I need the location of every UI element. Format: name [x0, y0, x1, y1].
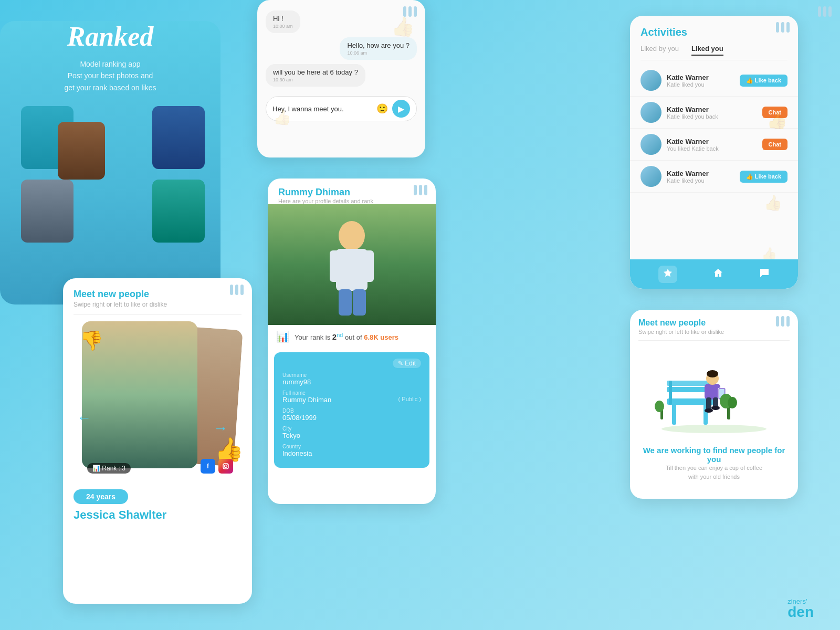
- profile-sub: Here are your profile details and rank: [278, 198, 425, 204]
- photo-4[interactable]: [21, 180, 74, 243]
- bench-illustration: [630, 346, 798, 440]
- activities-tabs[interactable]: Liked by you Liked you: [640, 45, 788, 60]
- meet2-sub: Swipe right or left to like or dislike: [638, 329, 790, 335]
- svg-point-20: [707, 370, 718, 377]
- act-info-4: Katie Warner Katie liked you: [667, 170, 734, 184]
- avatar-1: [640, 70, 662, 91]
- panel-dots-chat: [403, 6, 417, 17]
- photo-3[interactable]: [58, 122, 105, 180]
- bg-thumb-2: 👍: [273, 109, 291, 126]
- brand-den: den: [788, 605, 814, 620]
- panel-dots-profile: [414, 185, 427, 195]
- profile-field-dob: DOB 05/08/1999: [282, 408, 421, 422]
- svg-point-24: [711, 406, 720, 410]
- activity-item-1: Katie Warner Katie liked you 👍 Like back: [630, 65, 798, 97]
- activities-header: Activities Liked by you Liked you: [630, 16, 798, 60]
- chat-messages: Hi ! 10:00 am Hello, how are you ? 10:06…: [257, 0, 425, 92]
- meet2-header: Meet new people Swipe right or left to l…: [630, 310, 798, 341]
- brand-name-box: ziners' den: [788, 598, 814, 620]
- meet2-panel: Meet new people Swipe right or left to l…: [630, 310, 798, 499]
- svg-rect-7: [363, 250, 374, 282]
- age-badge: 24 years: [74, 489, 128, 504]
- nav-home-icon[interactable]: [713, 268, 723, 281]
- profile-edit-btn[interactable]: ✎ Edit: [393, 359, 421, 368]
- chat-msg-3: will you be here at 6 today ? 10:30 am: [266, 64, 365, 87]
- photo-2[interactable]: [152, 106, 205, 169]
- meet2-divider: [638, 340, 790, 341]
- meet-subtitle: Swipe right or left to like or dislike: [74, 301, 242, 308]
- bg-thumb-1: 👍: [391, 16, 415, 38]
- svg-rect-5: [336, 249, 368, 291]
- meet2-footer: We are working to find new people for yo…: [630, 440, 798, 486]
- panel-dots-meet2: [776, 316, 790, 327]
- profile-field-username: Username rummy98: [282, 372, 421, 386]
- profile-header: Rummy Dhiman Here are your profile detai…: [268, 178, 436, 204]
- profile-edit-row: ✎ Edit: [282, 359, 421, 368]
- panel-dots-activities: [776, 22, 790, 33]
- photo-5[interactable]: [152, 180, 205, 243]
- activities-panel: 👍 👍 👍 Activities Liked by you Liked you …: [630, 16, 798, 289]
- panel-dots-meet: [230, 285, 244, 295]
- chat-msg-1: Hi ! 10:00 am: [266, 10, 300, 33]
- svg-point-31: [655, 401, 664, 412]
- svg-rect-11: [672, 404, 676, 425]
- facebook-icon[interactable]: f: [201, 459, 215, 474]
- act-info-3: Katie Warner You liked Katie back: [667, 138, 757, 152]
- chat-btn-3[interactable]: Chat: [762, 139, 788, 150]
- avatar-4: [640, 166, 662, 187]
- tab-liked-by-you[interactable]: Liked by you: [640, 45, 679, 56]
- meet-header: Meet new people Swipe right or left to l…: [63, 278, 252, 315]
- svg-point-23: [705, 408, 713, 413]
- rank-bar: 📊 Your rank is 2nd out of 6.8K users: [268, 325, 436, 348]
- bg-thumb-act-2: 👍: [764, 194, 782, 212]
- instagram-icon[interactable]: [218, 459, 233, 474]
- activity-item-3: Katie Warner You liked Katie back Chat: [630, 129, 798, 161]
- svg-point-4: [339, 221, 365, 250]
- meet-divider: [74, 314, 242, 315]
- profile-field-country: Country Indonesia: [282, 444, 421, 457]
- svg-point-2: [227, 464, 228, 465]
- activities-title: Activities: [640, 26, 788, 38]
- svg-rect-16: [669, 381, 672, 405]
- brand-logo: ziners' den: [788, 598, 814, 620]
- profile-name: Rummy Dhiman: [278, 187, 425, 198]
- bg-thumb-act-1: 👍: [766, 110, 788, 130]
- activity-item-4: Katie Warner Katie liked you 👍 Like back: [630, 161, 798, 193]
- photo-grid: [0, 106, 220, 253]
- social-icons: f: [201, 459, 233, 474]
- like-back-btn-1[interactable]: 👍 Like back: [740, 75, 788, 87]
- profile-field-fullname: Full name Rummy Dhiman ( Public ): [282, 390, 421, 404]
- profile-details-box: ✎ Edit Username rummy98 Full name Rummy …: [274, 352, 429, 468]
- svg-point-10: [662, 425, 766, 433]
- meet2-title: Meet new people: [638, 318, 790, 328]
- chat-panel: 👍 👍 Hi ! 10:00 am Hello, how are you ? 1…: [257, 0, 425, 158]
- swipe-left-arrow: ←: [77, 410, 91, 426]
- tab-liked-you[interactable]: Liked you: [691, 45, 723, 56]
- activities-nav: [630, 259, 798, 289]
- ranked-subtitle: Model ranking app Post your best photos …: [0, 58, 220, 93]
- meet-title: Meet new people: [74, 289, 242, 300]
- avatar-3: [640, 134, 662, 155]
- like-back-btn-4[interactable]: 👍 Like back: [740, 171, 788, 183]
- chart-icon: 📊: [276, 330, 289, 343]
- svg-point-29: [728, 397, 737, 408]
- chat-send-button[interactable]: ▶: [392, 100, 410, 118]
- avatar-2: [640, 102, 662, 123]
- svg-rect-9: [353, 289, 366, 316]
- panel-dots: [818, 6, 832, 17]
- act-info-2: Katie Warner Katie liked you back: [667, 106, 757, 120]
- meet2-footer-sub: Till then you can enjoy a cup of coffeew…: [638, 464, 790, 481]
- swipe-right-arrow: →: [213, 420, 228, 437]
- chat-emoji-icon[interactable]: 🙂: [376, 103, 388, 114]
- swipe-card-area: 👎 👍 ← → 📊 Rank : 3 f: [71, 321, 244, 479]
- meet-person-info: 24 years Jessica Shawlter: [63, 479, 252, 522]
- ranked-title: Ranked: [0, 21, 220, 52]
- profile-photo: [268, 204, 436, 325]
- ranked-panel: Ranked Model ranking app Post your best …: [0, 21, 220, 304]
- nav-activities-icon[interactable]: [658, 266, 677, 283]
- profile-panel: Rummy Dhiman Here are your profile detai…: [268, 178, 436, 504]
- act-info-1: Katie Warner Katie liked you: [667, 74, 734, 88]
- meet-panel: Meet new people Swipe right or left to l…: [63, 278, 252, 604]
- nav-chat-icon[interactable]: [759, 268, 770, 281]
- dislike-icon: 👎: [80, 330, 103, 352]
